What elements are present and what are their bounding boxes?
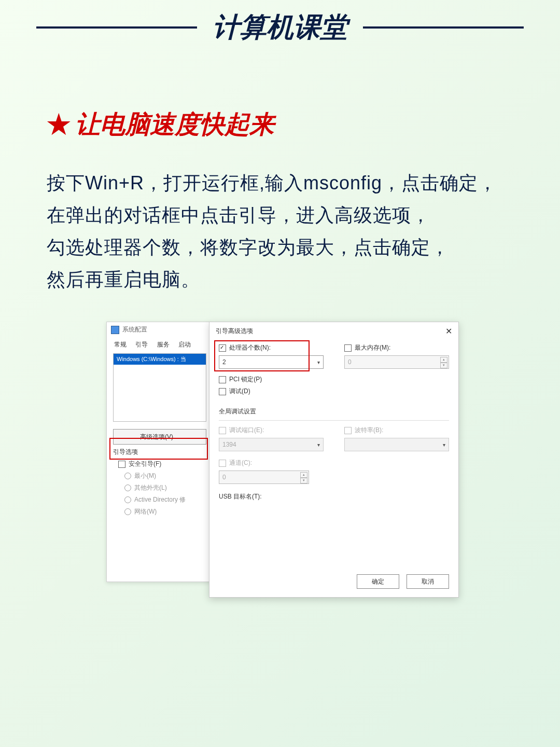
max-memory-group: 最大内存(M): 0 ▴ ▾ [344,343,449,369]
content-area: ★ 让电脑速度快起来 按下Win+R，打开运行框,输入msconfig，点击确定… [0,46,560,602]
msconfig-title-text: 系统配置 [122,325,147,334]
debug-port-value: 1394 [222,441,236,448]
radio-network: 网络(W) [124,507,206,516]
debug-label: 调试(D) [229,387,250,396]
advdlg-body: 处理器个数(N): 2 ▾ 最大内存(M): [209,340,458,507]
chevron-down-icon: ▾ [443,442,445,448]
dialog-button-row: 确定 取消 [357,574,449,589]
close-icon[interactable]: ✕ [445,326,452,336]
checkbox-icon[interactable] [219,344,226,352]
advanced-options-button[interactable]: 高级选项(V)… [113,429,206,445]
radio-minimal-label: 最小(M) [134,472,156,480]
baud-row: 波特率(B): [344,426,449,435]
channel-row: 通道(C): [219,459,449,467]
channel-value: 0 [222,474,226,481]
checkbox-icon[interactable] [219,388,226,395]
page-header: 计算机课堂 [0,0,560,46]
tip-line-2: 在弹出的对话框中点击引导，进入高级选项， [47,199,519,231]
radio-icon [124,508,131,515]
advdlg-title-text: 引导高级选项 [216,327,253,336]
spinner-control[interactable]: ▴ ▾ [440,357,447,368]
header-title: 计算机课堂 [213,9,347,46]
usb-target-label: USB 目标名(T): [219,492,449,501]
chevron-down-icon: ▾ [317,359,320,365]
pci-lock-row[interactable]: PCI 锁定(P) [219,375,449,384]
pci-lock-label: PCI 锁定(P) [229,375,262,384]
radio-icon [124,496,131,503]
boot-options-group: 引导选项 安全引导(F) 最小(M) 其他外壳(L) [113,448,206,516]
processor-count-value: 2 [222,358,226,366]
safe-boot-checkbox-row[interactable]: 安全引导(F) [118,460,206,468]
checkbox-icon [219,460,226,467]
radio-adrepair: Active Directory 修 [124,495,206,504]
spinner-up-icon[interactable]: ▴ [440,357,447,363]
processor-count-dropdown[interactable]: 2 ▾ [219,355,324,369]
checkbox-icon [219,427,226,434]
radio-adrepair-label: Active Directory 修 [134,495,186,504]
tip-heading-text: 让电脑速度快起来 [75,108,274,141]
checkbox-icon[interactable] [118,461,125,468]
channel-input: 0 ▴ ▾ [219,471,309,484]
processor-count-row[interactable]: 处理器个数(N): [219,343,324,352]
spinner-down-icon[interactable]: ▾ [440,363,447,368]
msconfig-tabs: 常规 引导 服务 启动 [107,337,211,349]
checkbox-icon[interactable] [219,376,226,383]
checkbox-icon [344,427,352,434]
radio-icon [124,485,131,491]
chevron-down-icon: ▾ [317,442,320,448]
baud-group: 波特率(B): ▾ [344,426,449,451]
star-icon: ★ [47,109,71,140]
divider [219,420,449,421]
advdlg-titlebar: 引导高级选项 ✕ [209,322,458,340]
spinner-down-icon: ▾ [300,478,307,483]
debug-port-group: 调试端口(E): 1394 ▾ [219,426,324,451]
header-rule-left [36,26,197,29]
radio-altshell-label: 其他外壳(L) [134,483,167,492]
msconfig-titlebar: 系统配置 [107,322,211,337]
max-memory-input[interactable]: 0 ▴ ▾ [344,355,449,369]
ok-button[interactable]: 确定 [357,574,399,589]
tab-general[interactable]: 常规 [114,341,127,348]
safe-boot-label: 安全引导(F) [129,460,161,468]
radio-minimal: 最小(M) [124,472,206,480]
tab-boot[interactable]: 引导 [135,341,148,348]
cancel-button[interactable]: 取消 [407,574,449,589]
spinner-control: ▴ ▾ [300,472,307,483]
radio-network-label: 网络(W) [134,507,157,516]
spinner-up-icon: ▴ [300,472,307,478]
processor-count-group: 处理器个数(N): 2 ▾ [219,343,324,369]
msconfig-window: 系统配置 常规 引导 服务 启动 Windows (C:\Windows) : … [106,322,211,582]
tip-line-4: 然后再重启电脑。 [47,264,519,296]
max-memory-row[interactable]: 最大内存(M): [344,343,449,352]
boot-options-label: 引导选项 [113,448,206,457]
tab-startup[interactable]: 启动 [178,341,191,348]
max-memory-label: 最大内存(M): [355,343,390,352]
boot-advanced-dialog: 引导高级选项 ✕ 处理器个数(N): 2 ▾ [209,322,459,598]
screenshot-composite: 系统配置 常规 引导 服务 启动 Windows (C:\Windows) : … [106,322,459,602]
global-debug-title: 全局调试设置 [219,407,449,416]
radio-icon [124,473,131,479]
baud-label: 波特率(B): [355,426,383,435]
debug-port-row: 调试端口(E): [219,426,324,435]
baud-dropdown: ▾ [344,438,449,451]
header-rule-right [363,26,524,29]
msconfig-app-icon [111,326,119,334]
tip-body: 按下Win+R，打开运行框,输入msconfig，点击确定， 在弹出的对话框中点… [47,167,519,296]
debug-port-label: 调试端口(E): [229,426,264,435]
tab-services[interactable]: 服务 [157,341,170,348]
radio-altshell: 其他外壳(L) [124,483,206,492]
page-root: 计算机课堂 ★ 让电脑速度快起来 按下Win+R，打开运行框,输入msconfi… [0,0,560,747]
os-list[interactable]: Windows (C:\Windows) : 当 [113,353,206,422]
tip-line-1: 按下Win+R，打开运行框,输入msconfig，点击确定， [47,167,519,199]
tip-heading: ★ 让电脑速度快起来 [47,108,519,141]
debug-row[interactable]: 调试(D) [219,387,449,396]
channel-label: 通道(C): [229,459,252,467]
debug-port-dropdown: 1394 ▾ [219,438,324,451]
tip-line-3: 勾选处理器个数，将数字改为最大，点击确定， [47,231,519,264]
max-memory-value: 0 [348,358,352,366]
checkbox-icon[interactable] [344,344,352,352]
processor-count-label: 处理器个数(N): [229,343,271,352]
os-entry-selected[interactable]: Windows (C:\Windows) : 当 [114,354,206,365]
